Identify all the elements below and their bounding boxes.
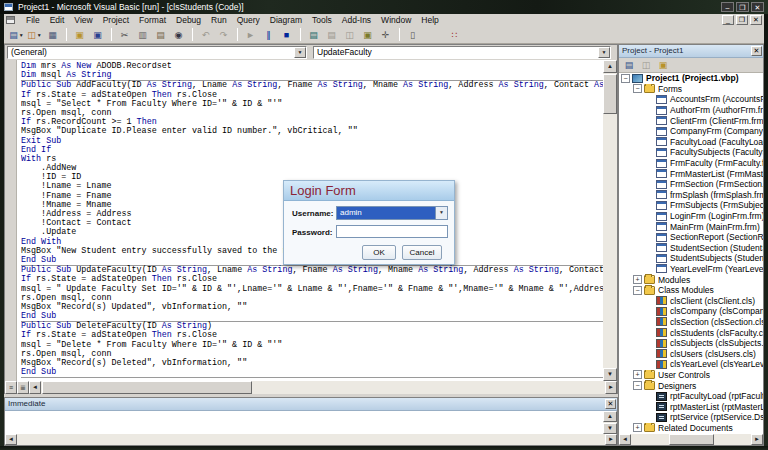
chevron-down-icon[interactable]: ▼: [294, 47, 306, 58]
immediate-vertical-scrollbar[interactable]: ▲ ▼: [603, 411, 617, 434]
tree-item-designers[interactable]: −Designers: [619, 380, 763, 391]
menu-run[interactable]: Run: [206, 15, 232, 25]
paste-icon[interactable]: ▤: [152, 27, 169, 42]
scroll-up-icon[interactable]: ▲: [603, 60, 617, 73]
scroll-down-icon[interactable]: ▼: [603, 368, 617, 381]
tree-item-clsyearlevel[interactable]: clsYearLevel (clsYearLevel.cls): [619, 359, 763, 370]
scrollbar-thumb[interactable]: [603, 74, 617, 114]
tree-item-rptfacultyload[interactable]: rptFacultyLoad (rptFacultyLoad.Dsr): [619, 391, 763, 402]
tree-item-rptmasterlist[interactable]: rptMasterList (rptMasterList.Dsr): [619, 401, 763, 412]
close-button[interactable]: ✕: [751, 2, 764, 12]
menu-project[interactable]: Project: [98, 15, 134, 25]
tree-item-frmsplash[interactable]: frmSplash (frmSplash.frm): [619, 190, 763, 201]
open-project-icon[interactable]: ▣: [71, 27, 88, 42]
tree-item-clsusers[interactable]: clsUsers (clsUsers.cls): [619, 348, 763, 359]
tree-item-companyfrm[interactable]: CompanyFrm (CompanyFrm.frm): [619, 126, 763, 137]
menu-debug[interactable]: Debug: [171, 15, 206, 25]
toolbox-icon[interactable]: ✛: [377, 27, 394, 42]
tree-item-frmsubjects[interactable]: FrmSubjects (FrmSubjects.frm): [619, 200, 763, 211]
undo-icon[interactable]: ↶: [197, 27, 214, 42]
expand-icon[interactable]: +: [633, 423, 642, 432]
redo-icon[interactable]: ↷: [215, 27, 232, 42]
password-field[interactable]: [336, 225, 448, 238]
vb-component-manager-icon[interactable]: ∷: [446, 27, 463, 42]
copy-icon[interactable]: ▥: [134, 27, 151, 42]
menu-edit[interactable]: Edit: [45, 15, 70, 25]
data-view-window-icon[interactable]: ▯: [404, 27, 421, 42]
end-icon[interactable]: ■: [278, 27, 295, 42]
tree-item-modules[interactable]: +Modules: [619, 274, 763, 285]
menu-tools[interactable]: Tools: [307, 15, 337, 25]
mdi-close-button[interactable]: ✕: [750, 15, 762, 25]
tree-item-authorfrm[interactable]: AuthorFrm (AuthorFrm.frm): [619, 105, 763, 116]
immediate-horizontal-scrollbar[interactable]: ◄ ►: [5, 434, 617, 445]
scroll-right-icon[interactable]: ►: [751, 434, 763, 445]
close-icon[interactable]: ✕: [751, 46, 762, 56]
tree-item-studentsubjects[interactable]: StudentSubjects (StudentSubjects.frm): [619, 253, 763, 264]
full-module-view-button[interactable]: ≣: [17, 381, 29, 394]
tree-item-clscompany[interactable]: clsCompany (clsCompany.cls): [619, 306, 763, 317]
procedure-view-button[interactable]: ≡: [5, 381, 17, 394]
tree-item-clssubjects[interactable]: clsSubjects (clsSubjects.cls): [619, 338, 763, 349]
menu-format[interactable]: Format: [134, 15, 171, 25]
expand-icon[interactable]: +: [633, 370, 642, 379]
collapse-icon[interactable]: −: [633, 381, 642, 390]
scroll-right-icon[interactable]: ►: [605, 434, 617, 445]
object-browser-icon[interactable]: ▣: [359, 27, 376, 42]
code-vertical-scrollbar[interactable]: ▲ ▼: [603, 60, 617, 381]
tree-item-related[interactable]: +Related Documents: [619, 423, 763, 434]
collapse-icon[interactable]: −: [633, 286, 642, 295]
scrollbar-thumb[interactable]: [42, 381, 252, 394]
menu-window[interactable]: Window: [376, 15, 416, 25]
start-icon[interactable]: ►: [242, 27, 259, 42]
tree-item-facultyload[interactable]: FacultyLoad (FacultyLoad.frm): [619, 137, 763, 148]
minimize-button[interactable]: –: [721, 2, 734, 12]
ok-button[interactable]: OK: [362, 245, 396, 260]
object-dropdown[interactable]: (General) ▼: [7, 46, 307, 59]
toggle-folders-icon[interactable]: ▣: [655, 59, 671, 72]
code-horizontal-scrollbar[interactable]: ◄ ►: [29, 381, 617, 394]
menu-diagram[interactable]: Diagram: [265, 15, 307, 25]
save-project-icon[interactable]: ▣: [89, 27, 106, 42]
expand-icon[interactable]: +: [633, 275, 642, 284]
procedure-dropdown[interactable]: UpdateFaculty ▼: [313, 46, 611, 59]
project-tree-horizontal-scrollbar[interactable]: ◄ ►: [619, 434, 763, 445]
collapse-icon[interactable]: −: [621, 74, 630, 83]
scroll-right-icon[interactable]: ►: [605, 381, 617, 394]
tree-item-clssection[interactable]: clsSection (clsSection.cls): [619, 317, 763, 328]
scroll-left-icon[interactable]: ◄: [619, 434, 631, 445]
add-form-icon[interactable]: ◫▼: [26, 27, 43, 42]
menu-addins[interactable]: Add-Ins: [337, 15, 376, 25]
scroll-down-icon[interactable]: ▼: [603, 423, 617, 434]
tree-item-forms[interactable]: −Forms: [619, 84, 763, 95]
tree-item-user[interactable]: +User Controls: [619, 370, 763, 381]
scroll-up-icon[interactable]: ▲: [603, 411, 617, 422]
menu-help[interactable]: Help: [416, 15, 443, 25]
scroll-left-icon[interactable]: ◄: [5, 434, 17, 445]
chevron-down-icon[interactable]: ▼: [435, 207, 447, 219]
menu-editor-icon[interactable]: ▦: [44, 27, 61, 42]
maximize-button[interactable]: ❐: [736, 2, 749, 12]
tree-item-sectionreport[interactable]: SectionReport (SectionReport.frm): [619, 232, 763, 243]
tree-item-project1[interactable]: −Project1 (Project1.vbp): [619, 73, 763, 84]
project-explorer-icon[interactable]: ▤: [305, 27, 322, 42]
tree-item-frmsection[interactable]: FrmSection (FrmSection.frm): [619, 179, 763, 190]
tree-item-frmfaculty[interactable]: FrmFaculty (FrmFaculty.frm): [619, 158, 763, 169]
tree-item-class[interactable]: −Class Modules: [619, 285, 763, 296]
chevron-down-icon[interactable]: ▼: [598, 47, 610, 58]
project-explorer-title-bar[interactable]: Project - Project1 ✕: [619, 45, 763, 58]
tree-item-clsstudents[interactable]: clsStudents (clsFaculty.cls): [619, 327, 763, 338]
close-icon[interactable]: ✕: [605, 399, 616, 409]
properties-window-icon[interactable]: ▤: [323, 27, 340, 42]
mdi-minimize-button[interactable]: _: [722, 15, 734, 25]
add-standard-exe-project-icon[interactable]: ▤▼: [8, 27, 25, 42]
immediate-title-bar[interactable]: Immediate ✕: [5, 398, 617, 411]
tree-item-clientfrm[interactable]: ClientFrm (ClientFrm.frm): [619, 115, 763, 126]
cancel-button[interactable]: Cancel: [402, 245, 442, 260]
scrollbar-thumb[interactable]: [669, 434, 714, 445]
tree-item-loginfrm[interactable]: LoginFrm (LoginFrm.frm): [619, 211, 763, 222]
title-bar[interactable]: Project1 - Microsoft Visual Basic [run] …: [0, 0, 768, 14]
tree-item-accountsfrm[interactable]: AccountsFrm (AccountsFrm.frm): [619, 94, 763, 105]
tree-item-rptservice[interactable]: rptService (rptService.Dsr): [619, 412, 763, 423]
menu-view[interactable]: View: [69, 15, 97, 25]
